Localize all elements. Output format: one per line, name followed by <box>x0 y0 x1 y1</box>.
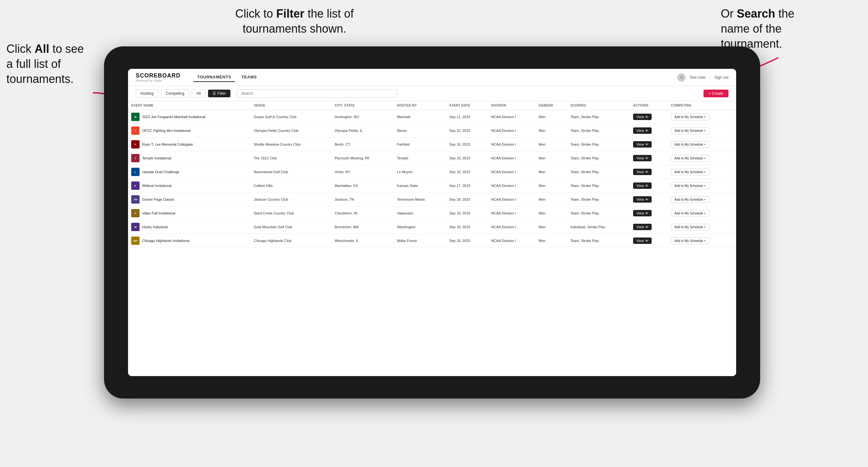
add-to-schedule-button[interactable]: Add to My Schedule + <box>671 114 709 120</box>
competing-tab[interactable]: Competing <box>161 89 189 98</box>
col-scoring: SCORING <box>567 101 630 110</box>
gender-cell: Men <box>535 165 567 179</box>
view-button[interactable]: View 👁 <box>633 224 652 230</box>
plus-icon: + <box>704 129 706 132</box>
competing-cell: Add to My Schedule + <box>668 220 736 234</box>
scoring-cell: Team, Stroke Play <box>567 124 630 137</box>
venue-cell: The 1912 Club <box>251 151 332 165</box>
filter-label: Filter <box>217 91 226 96</box>
add-to-schedule-button[interactable]: Add to My Schedule + <box>671 210 709 217</box>
division-cell: NCAA Division I <box>488 207 535 220</box>
eye-icon: 👁 <box>645 170 648 174</box>
annotation-top-right: Or Search thename of thetournament. <box>721 6 842 51</box>
sign-out-link[interactable]: Sign out <box>714 75 728 80</box>
add-to-schedule-button[interactable]: Add to My Schedule + <box>671 238 709 244</box>
logo-sub: Powered by clippd <box>136 79 181 82</box>
team-logo: K <box>131 182 140 190</box>
all-tab[interactable]: All <box>192 89 206 98</box>
table-row: M 2023 Joe Feaganes Marshall Invitationa… <box>128 110 736 124</box>
nav-tab-teams[interactable]: TEAMS <box>238 73 260 82</box>
schedule-label: Add to My Schedule <box>674 198 703 201</box>
col-division: DIVISION <box>488 101 535 110</box>
logo-text: SCOREBOARD <box>136 72 181 79</box>
col-gender: GENDER <box>535 101 567 110</box>
annotation-left: Click All to seea full list oftournament… <box>6 41 109 86</box>
actions-cell: View 👁 <box>630 220 668 234</box>
table-row: I OFCC Fighting Illini Invitational Olym… <box>128 124 736 137</box>
eye-icon: 👁 <box>645 129 648 132</box>
view-button[interactable]: View 👁 <box>633 182 652 189</box>
start-date-cell: Sep 18, 2023 <box>446 207 488 220</box>
start-date-cell: Sep 15, 2023 <box>446 124 488 137</box>
plus-icon: + <box>704 212 706 215</box>
view-button[interactable]: View 👁 <box>633 196 652 203</box>
division-cell: NCAA Division I <box>488 110 535 124</box>
table-row: TM Grover Page Classic Jackson Country C… <box>128 193 736 207</box>
eye-icon: 👁 <box>645 157 648 160</box>
venue-cell: Sand Creek Country Club <box>251 207 332 220</box>
add-to-schedule-button[interactable]: Add to My Schedule + <box>671 169 709 176</box>
competing-cell: Add to My Schedule + <box>668 179 736 193</box>
actions-cell: View 👁 <box>630 165 668 179</box>
view-button[interactable]: View 👁 <box>633 210 652 216</box>
city-state-cell: Chesterton, IN <box>332 207 394 220</box>
view-button[interactable]: View 👁 <box>633 155 652 161</box>
event-name-cell: WF Chicago Highlands Invitational <box>128 234 251 248</box>
view-label: View <box>636 143 644 146</box>
venue-cell: Guyan Golf & Country Club <box>251 110 332 124</box>
scoring-cell: Team, Stroke Play <box>567 234 630 248</box>
plus-icon: + <box>704 143 706 146</box>
division-cell: NCAA Division I <box>488 220 535 234</box>
event-name: Upstate Dual Challenge <box>142 170 179 174</box>
competing-cell: Add to My Schedule + <box>668 124 736 137</box>
hosted-by-cell: Kansas State <box>394 179 446 193</box>
view-button[interactable]: View 👁 <box>633 127 652 134</box>
tablet-screen: SCOREBOARD Powered by clippd TOURNAMENTS… <box>128 69 736 376</box>
scoring-cell: Team, Stroke Play <box>567 193 630 207</box>
eye-icon: 👁 <box>645 225 648 229</box>
schedule-label: Add to My Schedule <box>674 115 703 119</box>
filter-icon: ☰ <box>213 91 216 96</box>
table-row: F Ryan T. Lee Memorial Collegiate Shuttl… <box>128 137 736 151</box>
plus-icon: + <box>704 225 706 229</box>
add-to-schedule-button[interactable]: Add to My Schedule + <box>671 196 709 203</box>
team-logo: L <box>131 168 140 176</box>
gender-cell: Men <box>535 220 567 234</box>
city-state-cell: Plymouth Meeting, PA <box>332 151 394 165</box>
table-row: T Temple Invitational The 1912 Club Plym… <box>128 151 736 165</box>
filter-button[interactable]: ☰ Filter <box>208 90 230 97</box>
view-label: View <box>636 211 644 215</box>
add-to-schedule-button[interactable]: Add to My Schedule + <box>671 127 709 134</box>
view-button[interactable]: View 👁 <box>633 141 652 148</box>
scoring-cell: Individual, Stroke Play <box>567 220 630 234</box>
event-name-cell: F Ryan T. Lee Memorial Collegiate <box>128 137 251 151</box>
app-header: SCOREBOARD Powered by clippd TOURNAMENTS… <box>128 69 736 86</box>
competing-cell: Add to My Schedule + <box>668 234 736 248</box>
view-button[interactable]: View 👁 <box>633 169 652 175</box>
event-name: OFCC Fighting Illini Invitational <box>142 129 190 132</box>
create-button[interactable]: + Create <box>704 90 728 97</box>
search-input[interactable] <box>237 89 397 98</box>
division-cell: NCAA Division I <box>488 137 535 151</box>
plus-icon: + <box>704 115 706 119</box>
table-row: K Wildcat Invitational Colbert Hills Man… <box>128 179 736 193</box>
event-name: Wildcat Invitational <box>142 184 172 188</box>
nav-tab-tournaments[interactable]: TOURNAMENTS <box>193 73 235 82</box>
add-to-schedule-button[interactable]: Add to My Schedule + <box>671 155 709 162</box>
eye-icon: 👁 <box>645 198 648 201</box>
add-to-schedule-button[interactable]: Add to My Schedule + <box>671 182 709 189</box>
hosting-tab[interactable]: Hosting <box>136 89 158 98</box>
scoring-cell: Team, Stroke Play <box>567 151 630 165</box>
view-button[interactable]: View 👁 <box>633 114 652 120</box>
add-to-schedule-button[interactable]: Add to My Schedule + <box>671 224 709 230</box>
tablet-frame: SCOREBOARD Powered by clippd TOURNAMENTS… <box>104 46 760 399</box>
event-name-cell: W Husky Individual <box>128 220 251 234</box>
start-date-cell: Sep 18, 2023 <box>446 234 488 248</box>
actions-cell: View 👁 <box>630 151 668 165</box>
schedule-label: Add to My Schedule <box>674 170 703 174</box>
gender-cell: Men <box>535 193 567 207</box>
view-label: View <box>636 239 644 243</box>
add-to-schedule-button[interactable]: Add to My Schedule + <box>671 141 709 148</box>
actions-cell: View 👁 <box>630 137 668 151</box>
view-button[interactable]: View 👁 <box>633 238 652 244</box>
